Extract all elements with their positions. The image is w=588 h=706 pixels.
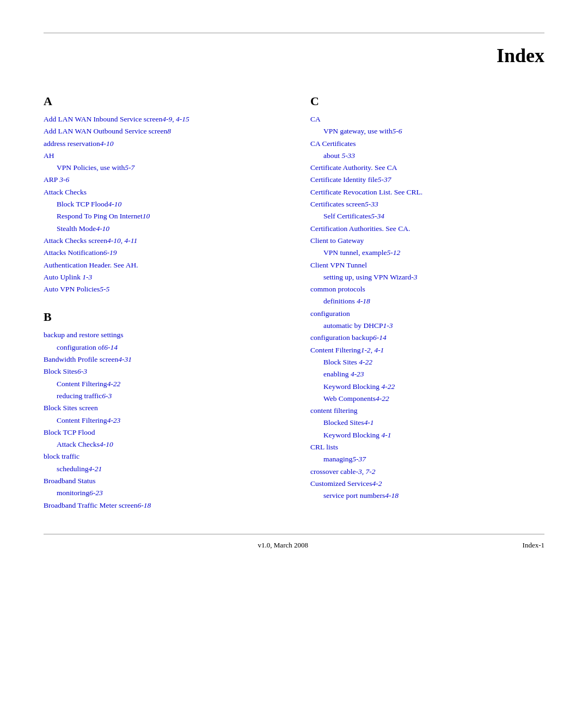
entry-link[interactable]: automatic by DHCP1-3	[323, 321, 393, 330]
entry-link[interactable]: Attacks Notification6-19	[44, 248, 117, 257]
entry-link[interactable]: configuration	[310, 309, 350, 318]
entry-link[interactable]: AH	[44, 151, 54, 160]
list-item: CA	[310, 114, 544, 125]
entry-link[interactable]: Certificate Identity file5-37	[310, 175, 391, 184]
entry-link[interactable]: VPN Policies, use with5-7	[57, 163, 134, 172]
list-item: ARP 3-6	[44, 174, 278, 185]
list-item: VPN tunnel, example5-12	[310, 247, 544, 258]
entry-link[interactable]: definitions 4-18	[323, 297, 370, 305]
entry-link[interactable]: Keyword Blocking 4-22	[323, 382, 395, 391]
entry-link[interactable]: Block Sites screen	[44, 404, 98, 412]
list-item: CA Certificates	[310, 138, 544, 149]
list-item: Keyword Blocking 4-1	[310, 430, 544, 441]
entry-link[interactable]: Block TCP Flood4-10	[57, 200, 121, 208]
entry-link[interactable]: Auto Uplink 1-3	[44, 273, 92, 281]
list-item: about 5-33	[310, 150, 544, 161]
entry-link[interactable]: address reservation4-10	[44, 139, 114, 148]
entry-link[interactable]: Block TCP Flood	[44, 428, 95, 436]
list-item: Keyword Blocking 4-22	[310, 381, 544, 392]
entry-link[interactable]: about 5-33	[323, 151, 355, 160]
footer-page: Index-1	[523, 541, 544, 550]
entry-link[interactable]: CA Certificates	[310, 139, 356, 148]
list-item: reducing traffic6-3	[44, 391, 278, 401]
list-item: Attacks Notification6-19	[44, 247, 278, 258]
list-item: Certification Authorities. See CA.	[310, 223, 544, 234]
entry-link[interactable]: enabling 4-23	[323, 370, 364, 378]
entry-link[interactable]: Certification Authorities. See CA.	[310, 224, 410, 233]
entry-link[interactable]: backup and restore settings	[44, 331, 124, 339]
entry-link[interactable]: Block Sites6-3	[44, 367, 87, 375]
entry-link[interactable]: Respond To Ping On Internet10	[57, 212, 150, 220]
entry-link[interactable]: Broadband Status	[44, 477, 96, 485]
entry-link[interactable]: VPN tunnel, example5-12	[323, 248, 400, 257]
entry-link[interactable]: managing5-37	[323, 455, 366, 463]
entry-link[interactable]: Attack Checks screen4-10, 4-11	[44, 236, 137, 245]
list-item: monitoring6-23	[44, 488, 278, 498]
list-item: Certificate Identity file5-37	[310, 174, 544, 185]
list-item: configuration backup6-14	[310, 332, 544, 343]
entry-link[interactable]: content filtering	[310, 406, 358, 415]
entry-link[interactable]: block traffic	[44, 452, 79, 460]
list-item: block traffic	[44, 451, 278, 462]
list-item: enabling 4-23	[310, 369, 544, 380]
list-item: Content Filtering1-2, 4-1	[310, 345, 544, 356]
right-column: C CA VPN gateway, use with5-6 CA Certifi…	[310, 94, 544, 512]
entry-link[interactable]: Client VPN Tunnel	[310, 261, 367, 269]
entry-link[interactable]: Web Components4-22	[323, 394, 389, 403]
section-c-letter: C	[310, 94, 544, 108]
entry-link[interactable]: ARP 3-6	[44, 175, 69, 184]
list-item: address reservation4-10	[44, 138, 278, 149]
list-item: Add LAN WAN Inbound Service screen4-9, 4…	[44, 114, 278, 125]
list-item: crossover cable-3, 7-2	[310, 466, 544, 477]
entry-link[interactable]: common protocols	[310, 285, 365, 293]
entry-link[interactable]: CA	[310, 115, 321, 123]
list-item: Attack Checks	[44, 187, 278, 198]
entry-link[interactable]: Attack Checks4-10	[57, 440, 113, 448]
entry-link[interactable]: Certificate Authority. See CA	[310, 163, 397, 172]
entry-link[interactable]: Auto VPN Policies5-5	[44, 285, 109, 293]
entry-link[interactable]: service port numbers4-18	[323, 491, 399, 500]
entry-link[interactable]: Authentication Header. See AH.	[44, 261, 138, 269]
list-item: Web Components4-22	[310, 393, 544, 404]
entry-link[interactable]: Self Certificates5-34	[323, 212, 384, 220]
list-item: VPN Policies, use with5-7	[44, 162, 278, 173]
entry-link[interactable]: setting up, using VPN Wizard-3	[323, 273, 418, 281]
entry-link[interactable]: Block Sites 4-22	[323, 358, 372, 366]
list-item: managing5-37	[310, 454, 544, 465]
list-item: Customized Services4-2	[310, 478, 544, 489]
entry-link[interactable]: Blocked Sites4-1	[323, 418, 374, 427]
entry-link[interactable]: Add LAN WAN Inbound Service screen4-9, 4…	[44, 115, 189, 123]
entry-link[interactable]: Certificate Revocation List. See CRL.	[310, 188, 422, 196]
list-item: Block Sites6-3	[44, 366, 278, 377]
entry-link[interactable]: Customized Services4-2	[310, 479, 382, 488]
entry-link[interactable]: scheduling4-21	[57, 465, 102, 473]
entry-link[interactable]: VPN gateway, use with5-6	[323, 127, 402, 135]
list-item: content filtering	[310, 405, 544, 416]
entry-link[interactable]: Add LAN WAN Outbound Service screen8	[44, 127, 171, 135]
list-item: Auto Uplink 1-3	[44, 272, 278, 283]
entry-link[interactable]: configuration backup6-14	[310, 333, 387, 342]
list-item: service port numbers4-18	[310, 490, 544, 501]
entry-link[interactable]: configuration of6-14	[57, 343, 118, 351]
entry-link[interactable]: Broadband Traffic Meter screen6-18	[44, 501, 151, 509]
list-item: Block Sites 4-22	[310, 357, 544, 368]
entry-link[interactable]: Content Filtering4-22	[57, 380, 120, 388]
list-item: Broadband Traffic Meter screen6-18	[44, 500, 278, 511]
entry-link[interactable]: crossover cable-3, 7-2	[310, 467, 376, 476]
index-columns: A Add LAN WAN Inbound Service screen4-9,…	[44, 94, 544, 512]
entry-link[interactable]: Content Filtering1-2, 4-1	[310, 346, 384, 354]
entry-link[interactable]: Client to Gateway	[310, 236, 364, 245]
list-item: Authentication Header. See AH.	[44, 260, 278, 271]
entry-link[interactable]: Stealth Mode4-10	[57, 224, 109, 233]
entry-link[interactable]: reducing traffic6-3	[57, 392, 112, 400]
entry-link[interactable]: Content Filtering4-23	[57, 416, 120, 424]
entry-link[interactable]: CRL lists	[310, 443, 338, 451]
entry-link[interactable]: Keyword Blocking 4-1	[323, 431, 391, 439]
list-item: Content Filtering4-22	[44, 379, 278, 389]
list-item: Certificate Revocation List. See CRL.	[310, 187, 544, 198]
entry-link[interactable]: Attack Checks	[44, 188, 87, 196]
entry-link[interactable]: Bandwidth Profile screen4-31	[44, 355, 132, 363]
entry-link[interactable]: Certificates screen5-33	[310, 200, 378, 208]
entry-link[interactable]: monitoring6-23	[57, 489, 103, 497]
list-item: Add LAN WAN Outbound Service screen8	[44, 126, 278, 137]
